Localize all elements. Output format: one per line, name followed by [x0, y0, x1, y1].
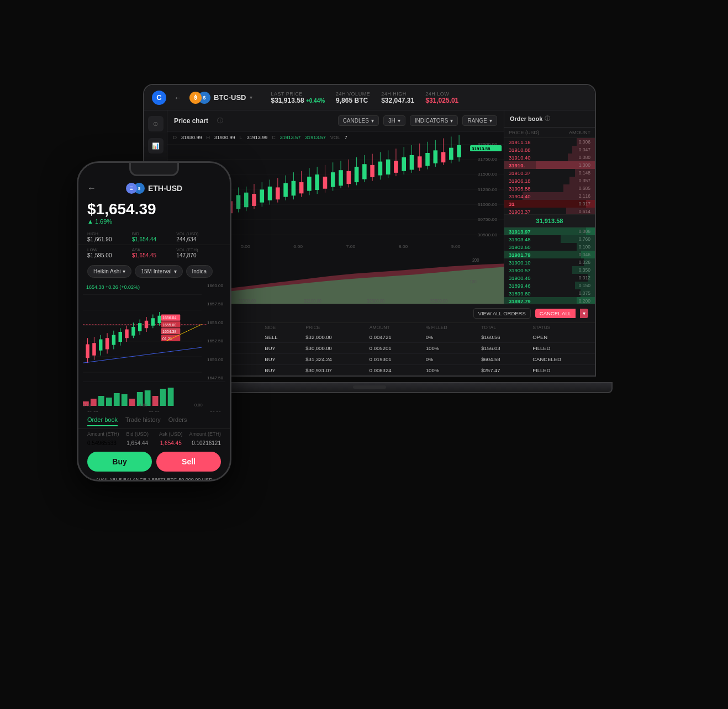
svg-text:5:00: 5:00: [241, 244, 250, 248]
svg-text:31250.00: 31250.00: [477, 187, 497, 192]
ob-info-icon: ⓘ: [545, 115, 550, 123]
ob-col-headers: PRICE (USD) AMOUNT: [504, 128, 595, 138]
ob-row: 31910.400.080: [504, 154, 595, 161]
ob-row: 31905.880.685: [504, 184, 595, 192]
volume-value: 9,865 BTC: [336, 97, 370, 104]
ob-row: 31897.790.200: [504, 297, 595, 304]
ticker-section: LAST PRICE $31,913.58 +0.44% 24H VOLUME …: [271, 91, 459, 104]
phone-pair-name: ETH-USD: [148, 184, 182, 193]
ob-buy-rows: 31913.970.006 31903.480.760 31902.600.10…: [504, 227, 595, 304]
svg-text:6:00: 6:00: [293, 244, 303, 248]
svg-text:8:00: 8:00: [399, 244, 408, 248]
svg-rect-85: [425, 153, 430, 166]
svg-rect-65: [346, 171, 351, 184]
high-group: 24H HIGH $32,047.31: [381, 91, 414, 104]
ob-row: 31899.600.075: [504, 289, 595, 297]
phone-price-labels: 1660.00 1657.50 1655.00 1652.50 1650.00 …: [207, 282, 223, 382]
svg-text:32100.00: 32100.00: [304, 298, 321, 304]
chart-type-button[interactable]: Heikin Ashi ▾: [87, 265, 131, 278]
ob-row: 31900.100.026: [504, 258, 595, 266]
svg-text:7:00: 7:00: [346, 244, 356, 248]
chart-info-icon: ⓘ: [217, 117, 223, 125]
candles-button[interactable]: CANDLES ▾: [338, 115, 379, 126]
phone-action-bar: Heikin Ashi ▾ 15M Interval ▾ Indica: [78, 261, 230, 282]
btc-icon: ₿: [189, 92, 202, 104]
pair-info[interactable]: ₿ $ BTC-USD ▾: [189, 92, 252, 104]
svg-rect-146: [98, 396, 104, 406]
svg-rect-154: [160, 389, 166, 406]
col-filled: % FILLED: [420, 323, 476, 332]
phone-vol-svg: 8.00 4.00 0.00: [83, 382, 225, 407]
ob-row: 31910.880.047: [504, 146, 595, 154]
svg-rect-61: [331, 172, 335, 187]
svg-text:200: 200: [472, 257, 479, 263]
cancel-all-button[interactable]: CANCEL ALL: [535, 309, 576, 318]
tab-trade-history[interactable]: Trade history: [125, 416, 161, 426]
sell-button[interactable]: Sell: [156, 452, 221, 472]
last-price-change: +0.44%: [306, 98, 325, 104]
svg-rect-57: [315, 174, 319, 190]
range-button[interactable]: RANGE ▾: [462, 115, 497, 126]
svg-rect-153: [152, 396, 159, 406]
phone-back-button[interactable]: ←: [87, 183, 96, 193]
svg-text:31913.58: 31913.58: [472, 146, 490, 151]
svg-text:31700.00: 31700.00: [238, 298, 256, 304]
phone-chart-label: 1654.38 +0.26 (+0.02%): [86, 284, 140, 290]
indicator-button[interactable]: Indica: [186, 265, 213, 278]
nav-chart-icon[interactable]: 📊: [148, 138, 163, 154]
chart-title: Price chart: [174, 117, 208, 125]
svg-text:32500.00: 32500.00: [430, 298, 448, 304]
svg-rect-69: [362, 164, 367, 179]
svg-rect-123: [125, 330, 128, 338]
phone: ← Ξ $ ETH-USD $1,654.39 ▲ 1.69%: [77, 161, 231, 482]
svg-text:4.00: 4.00: [139, 403, 147, 407]
last-price-label: LAST PRICE: [271, 91, 325, 97]
svg-text:1655.00: 1655.00: [162, 323, 176, 327]
svg-rect-148: [114, 393, 120, 406]
svg-rect-71: [370, 165, 374, 177]
ob-row: 31899.460.150: [504, 282, 595, 289]
ob-row: 31903.480.760: [504, 235, 595, 243]
ob-row: 31913.970.006: [504, 227, 595, 235]
svg-rect-43: [260, 189, 264, 202]
svg-rect-47: [276, 187, 280, 199]
back-button[interactable]: ←: [174, 93, 182, 102]
phone-vol-area: 8.00 4.00 0.00 21:30 22:00 22:30: [83, 382, 225, 412]
phone-price: $1,654.39: [87, 200, 221, 218]
view-all-orders-button[interactable]: VIEW ALL ORDERS: [473, 308, 531, 319]
phone-stats-row2: LOW $1,595.00 ASK $1,654.45 VOL (ETH) 14…: [78, 245, 230, 261]
indicators-button[interactable]: INDICATORS ▾: [410, 115, 458, 126]
svg-rect-49: [283, 183, 288, 197]
svg-text:9:00: 9:00: [451, 244, 461, 248]
svg-rect-73: [378, 162, 383, 176]
app-logo: C: [152, 91, 166, 105]
interval-button[interactable]: 3H ▾: [383, 115, 405, 126]
svg-text:31000.00: 31000.00: [477, 203, 497, 207]
svg-text:30500.00: 30500.00: [477, 232, 497, 237]
nav-clock-icon[interactable]: ⊙: [148, 116, 163, 131]
phone-ob-headers: Amount (ETH) Bid (USD) Ask (USD) Amount …: [78, 429, 230, 439]
phone-stat-vol-usd: VOL (USD) 244,634: [176, 231, 221, 242]
ob-row: 31904.402.116: [504, 192, 595, 200]
svg-rect-83: [418, 156, 422, 167]
svg-text:100: 100: [469, 278, 477, 284]
svg-rect-89: [441, 152, 446, 162]
last-price-group: LAST PRICE $31,913.58 +0.44%: [271, 91, 325, 104]
low-group: 24H LOW $31,025.01: [425, 91, 458, 104]
cancel-all-chevron-button[interactable]: ▾: [580, 309, 588, 318]
svg-text:31500.00: 31500.00: [477, 172, 497, 177]
high-label: 24H HIGH: [381, 91, 414, 97]
interval-button[interactable]: 15M Interval ▾: [135, 265, 182, 278]
svg-rect-115: [99, 340, 102, 351]
svg-rect-127: [138, 323, 141, 331]
phone-stat-bid: BID $1,654.44: [132, 231, 177, 242]
phone-tabs: Order book Trade history Orders: [78, 412, 230, 429]
ob-sell-rows: 31911.180.006 31910.880.047 31910.400.08…: [504, 138, 595, 214]
phone-chart-svg: 1656.04 1655.00 1654.38 01.21: [83, 282, 225, 382]
svg-text:1656.04: 1656.04: [162, 316, 176, 320]
pair-name: BTC-USD: [214, 93, 246, 102]
tab-orders[interactable]: Orders: [168, 416, 187, 426]
tab-order-book[interactable]: Order book: [87, 416, 118, 426]
buy-button[interactable]: Buy: [87, 452, 152, 472]
col-amount: AMOUNT: [364, 323, 420, 332]
